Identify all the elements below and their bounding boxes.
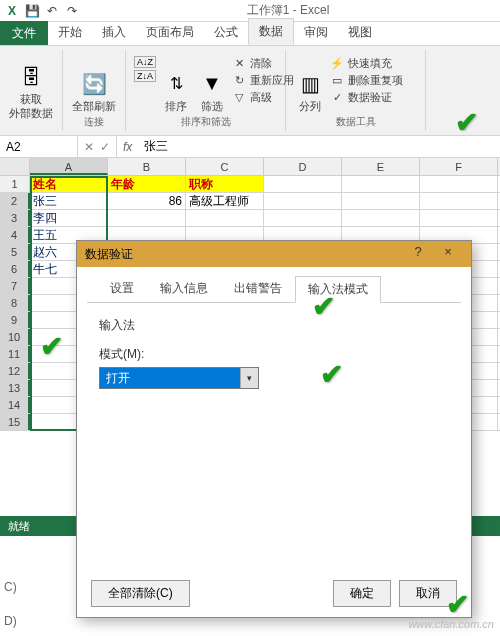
watermark: www.cfan.com.cn bbox=[408, 618, 494, 630]
tab-home[interactable]: 开始 bbox=[48, 20, 92, 45]
clear-filter-button[interactable]: ✕清除 bbox=[232, 56, 294, 71]
group-data-tools: ▥ 分列 ⚡快速填充 ▭删除重复项 ✓数据验证 数据工具 bbox=[286, 50, 426, 131]
cell[interactable]: 年龄 bbox=[108, 176, 186, 192]
cancel-icon[interactable]: ✕ bbox=[84, 140, 94, 154]
col-head-F[interactable]: F bbox=[420, 158, 498, 175]
row-head[interactable]: 15 bbox=[0, 414, 30, 430]
tab-insert[interactable]: 插入 bbox=[92, 20, 136, 45]
data-validation-button[interactable]: ✓数据验证 bbox=[330, 90, 403, 105]
save-icon[interactable]: 💾 bbox=[24, 3, 40, 19]
name-box[interactable]: A2 bbox=[0, 136, 78, 157]
footer-text-c: C) bbox=[4, 580, 17, 594]
cell[interactable] bbox=[264, 210, 342, 226]
dialog-body: 输入法 模式(M): 打开 ▾ bbox=[77, 303, 471, 403]
cancel-button[interactable]: 取消 bbox=[399, 580, 457, 607]
tab-settings[interactable]: 设置 bbox=[97, 275, 147, 302]
cell[interactable] bbox=[420, 210, 498, 226]
undo-icon[interactable]: ↶ bbox=[44, 3, 60, 19]
cell[interactable]: 职称 bbox=[186, 176, 264, 192]
row-head[interactable]: 9 bbox=[0, 312, 30, 328]
cell[interactable] bbox=[342, 176, 420, 192]
chevron-down-icon[interactable]: ▾ bbox=[240, 368, 258, 388]
advanced-filter-button[interactable]: ▽高级 bbox=[232, 90, 294, 105]
advanced-icon: ▽ bbox=[232, 91, 246, 105]
column-headers: A B C D E F bbox=[0, 158, 500, 176]
validation-icon: ✓ bbox=[330, 91, 344, 105]
enter-icon[interactable]: ✓ bbox=[100, 140, 110, 154]
row-head[interactable]: 2 bbox=[0, 193, 30, 209]
formula-input[interactable]: 张三 bbox=[138, 138, 500, 155]
fx-icon[interactable]: fx bbox=[117, 140, 138, 154]
refresh-icon: 🔄 bbox=[78, 68, 110, 100]
cell[interactable] bbox=[264, 176, 342, 192]
reapply-button[interactable]: ↻重新应用 bbox=[232, 73, 294, 88]
remove-duplicates-button[interactable]: ▭删除重复项 bbox=[330, 73, 403, 88]
filter-icon: ▼ bbox=[196, 68, 228, 100]
tab-file[interactable]: 文件 bbox=[0, 21, 48, 45]
col-head-C[interactable]: C bbox=[186, 158, 264, 175]
sort-asc-button[interactable]: A↓Z bbox=[134, 56, 156, 68]
cell[interactable]: 姓名 bbox=[30, 176, 108, 192]
row-head[interactable]: 4 bbox=[0, 227, 30, 243]
row-head[interactable]: 13 bbox=[0, 380, 30, 396]
tab-formulas[interactable]: 公式 bbox=[204, 20, 248, 45]
row-head[interactable]: 12 bbox=[0, 363, 30, 379]
table-row: 3李四 bbox=[0, 210, 500, 227]
close-button[interactable]: × bbox=[433, 244, 463, 264]
row-head[interactable]: 8 bbox=[0, 295, 30, 311]
col-head-D[interactable]: D bbox=[264, 158, 342, 175]
ime-section-label: 输入法 bbox=[99, 317, 449, 334]
tab-ime-mode[interactable]: 输入法模式 bbox=[295, 276, 381, 303]
dialog-title: 数据验证 bbox=[85, 246, 403, 263]
col-head-A[interactable]: A bbox=[30, 158, 108, 175]
cell[interactable] bbox=[420, 176, 498, 192]
cell[interactable]: 高级工程师 bbox=[186, 193, 264, 209]
row-head[interactable]: 5 bbox=[0, 244, 30, 260]
cell[interactable] bbox=[264, 193, 342, 209]
cell[interactable] bbox=[420, 193, 498, 209]
tab-input-message[interactable]: 输入信息 bbox=[147, 275, 221, 302]
mode-select[interactable]: 打开 ▾ bbox=[99, 367, 259, 389]
cell[interactable] bbox=[108, 210, 186, 226]
row-head[interactable]: 10 bbox=[0, 329, 30, 345]
database-icon: 🗄 bbox=[15, 61, 47, 93]
tab-view[interactable]: 视图 bbox=[338, 20, 382, 45]
quick-access-toolbar: X 💾 ↶ ↷ bbox=[4, 3, 80, 19]
group-connections: 🔄 全部刷新 连接 bbox=[63, 50, 126, 131]
dialog-titlebar[interactable]: 数据验证 ? × bbox=[77, 241, 471, 267]
row-head[interactable]: 14 bbox=[0, 397, 30, 413]
tab-review[interactable]: 审阅 bbox=[294, 20, 338, 45]
cell[interactable] bbox=[342, 210, 420, 226]
table-row: 2张三86高级工程师 bbox=[0, 193, 500, 210]
cell[interactable] bbox=[342, 193, 420, 209]
mode-value: 打开 bbox=[100, 368, 240, 388]
dialog-tabs: 设置 输入信息 出错警告 输入法模式 bbox=[87, 267, 461, 303]
cell[interactable]: 张三 bbox=[30, 193, 108, 209]
row-head[interactable]: 1 bbox=[0, 176, 30, 192]
redo-icon[interactable]: ↷ bbox=[64, 3, 80, 19]
get-external-data-button[interactable]: 🗄 获取 外部数据 bbox=[6, 52, 56, 129]
dialog-footer: 全部清除(C) 确定 取消 bbox=[77, 580, 471, 607]
row-head[interactable]: 7 bbox=[0, 278, 30, 294]
sort-desc-button[interactable]: Z↓A bbox=[134, 70, 156, 82]
cell[interactable]: 86 bbox=[108, 193, 186, 209]
cell[interactable]: 李四 bbox=[30, 210, 108, 226]
col-head-B[interactable]: B bbox=[108, 158, 186, 175]
tab-data[interactable]: 数据 bbox=[248, 18, 294, 45]
flash-fill-button[interactable]: ⚡快速填充 bbox=[330, 56, 403, 71]
tab-error-alert[interactable]: 出错警告 bbox=[221, 275, 295, 302]
row-head[interactable]: 6 bbox=[0, 261, 30, 277]
cell[interactable] bbox=[186, 210, 264, 226]
table-row: 1姓名年龄职称 bbox=[0, 176, 500, 193]
select-all-button[interactable] bbox=[0, 158, 30, 175]
clear-all-button[interactable]: 全部清除(C) bbox=[91, 580, 190, 607]
flash-icon: ⚡ bbox=[330, 57, 344, 71]
row-head[interactable]: 11 bbox=[0, 346, 30, 362]
help-button[interactable]: ? bbox=[403, 244, 433, 264]
formula-bar-buttons: ✕ ✓ bbox=[78, 136, 117, 157]
ok-button[interactable]: 确定 bbox=[333, 580, 391, 607]
row-head[interactable]: 3 bbox=[0, 210, 30, 226]
tab-layout[interactable]: 页面布局 bbox=[136, 20, 204, 45]
col-head-E[interactable]: E bbox=[342, 158, 420, 175]
duplicate-icon: ▭ bbox=[330, 74, 344, 88]
